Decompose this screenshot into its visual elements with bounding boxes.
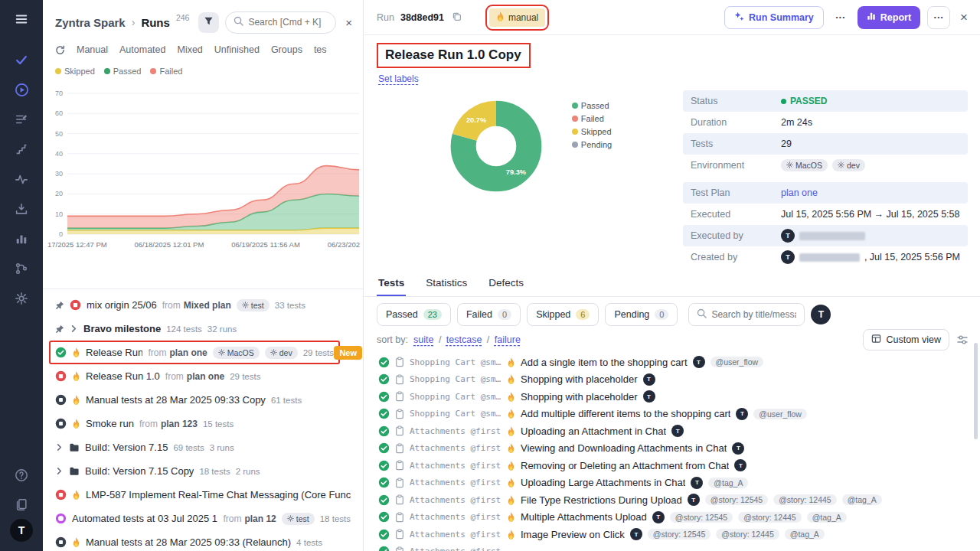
test-title[interactable]: Removing or Deleting an Attachment from …: [521, 460, 729, 471]
run-name[interactable]: Build: Version 7.15: [85, 442, 168, 453]
run-row[interactable]: Build: Version 7.1569 tests3 runs: [43, 435, 363, 459]
run-row[interactable]: Manual tests at 28 Mar 2025 09:33 (Relau…: [43, 530, 363, 551]
run-row[interactable]: mix origin 25/06fromMixed plantest33 tes…: [43, 293, 363, 317]
report-button[interactable]: Report: [858, 6, 920, 29]
sort-link-failure[interactable]: failure: [495, 334, 521, 345]
play-icon[interactable]: [13, 81, 30, 98]
gear-icon[interactable]: [13, 290, 30, 307]
filter-button[interactable]: [198, 12, 219, 33]
runs-search[interactable]: [225, 11, 336, 34]
run-name[interactable]: Build: Version 7.15 Copy: [85, 465, 194, 477]
test-title[interactable]: Uploading Large Attachments in Chat: [521, 477, 685, 488]
tests-search-input[interactable]: [711, 309, 796, 320]
sort-link-suite[interactable]: suite: [413, 334, 433, 345]
run-name[interactable]: Manual tests at 28 Mar 2025 09:33 Copy: [86, 394, 266, 406]
chevron-right-icon[interactable]: [70, 324, 78, 333]
test-title[interactable]: Add multiple different items to the shop…: [521, 408, 730, 419]
run-row[interactable]: Release Run 1.0 Copyfromplan oneMacOSdev…: [43, 341, 363, 364]
more-options-button[interactable]: ···: [831, 7, 851, 28]
runs-tab-mixed[interactable]: Mixed: [177, 44, 202, 55]
run-name[interactable]: mix origin 25/06: [87, 299, 157, 311]
test-row[interactable]: Attachments @first: [378, 543, 966, 551]
user-filter-avatar[interactable]: T: [811, 305, 831, 324]
test-title[interactable]: Viewing and Downloading Attachments in C…: [521, 442, 727, 454]
test-row[interactable]: Attachments @firstUploading an Attachmen…: [378, 422, 966, 440]
tab-tests[interactable]: Tests: [377, 271, 406, 296]
test-row[interactable]: Attachments @firstImage Preview on Click…: [378, 526, 966, 543]
custom-view-button[interactable]: Custom view: [863, 329, 949, 350]
run-summary-button[interactable]: Run Summary: [724, 6, 824, 29]
close-detail-button[interactable]: ×: [960, 10, 968, 25]
run-row[interactable]: Smoke runfromplan 12315 tests: [43, 412, 363, 435]
copy-run-id-button[interactable]: [450, 10, 463, 25]
test-row[interactable]: Attachments @firstMultiple Attachments U…: [378, 509, 966, 527]
test-row[interactable]: Attachments @firstFile Type Restrictions…: [378, 491, 966, 509]
view-settings-icon[interactable]: [957, 334, 968, 345]
run-row[interactable]: Automated tests at 03 Jul 2025 13:25from…: [43, 507, 363, 530]
pulse-icon[interactable]: [13, 171, 30, 187]
steps-icon[interactable]: [13, 141, 30, 158]
test-row[interactable]: Shopping Cart @sm…Shopping with placehol…: [378, 371, 966, 389]
more-options-button-2[interactable]: ···: [927, 6, 950, 29]
test-title[interactable]: File Type Restrictions During Upload: [521, 494, 682, 506]
test-title[interactable]: Shopping with placeholder: [521, 373, 638, 385]
docs-icon[interactable]: [13, 496, 30, 513]
filter-chip-passed[interactable]: Passed23: [377, 303, 451, 326]
runs-tab-groups[interactable]: Groups: [271, 44, 302, 55]
test-row[interactable]: Shopping Cart @sm…Shopping with placehol…: [378, 388, 966, 406]
chevron-right-icon[interactable]: [55, 443, 64, 452]
scrollbar-thumb[interactable]: [974, 343, 978, 439]
runs-tab-automated[interactable]: Automated: [119, 44, 165, 55]
relaunch-icon[interactable]: [55, 45, 65, 55]
filter-chip-failed[interactable]: Failed0: [457, 303, 521, 326]
chart-icon[interactable]: [13, 230, 30, 247]
runs-tab-manual[interactable]: Manual: [77, 44, 108, 55]
run-row[interactable]: Build: Version 7.15 Copy18 tests2 runs: [43, 459, 363, 483]
run-row[interactable]: Bravo milestone124 tests32 runs: [43, 317, 363, 341]
run-name[interactable]: Bravo milestone: [83, 323, 161, 334]
run-name[interactable]: Release Run 1.0 Copy: [86, 347, 142, 358]
run-name[interactable]: LMP-587 Implement Real-Time Chat Messagi…: [86, 489, 351, 500]
sort-link-testcase[interactable]: testcase: [446, 334, 482, 345]
run-row[interactable]: LMP-587 Implement Real-Time Chat Messagi…: [43, 483, 363, 507]
test-title[interactable]: Multiple Attachments Upload: [521, 511, 647, 523]
run-plan-link[interactable]: plan one: [169, 347, 207, 358]
chevron-right-icon[interactable]: [55, 467, 64, 475]
menu-icon[interactable]: [13, 11, 30, 28]
breadcrumb-project[interactable]: Zyntra Spark: [55, 16, 126, 29]
test-row[interactable]: Shopping Cart @sm…Add multiple different…: [378, 406, 966, 423]
run-plan-link[interactable]: Mixed plan: [184, 300, 231, 311]
branch-icon[interactable]: [13, 260, 30, 277]
run-name[interactable]: Automated tests at 03 Jul 2025 13:25: [72, 513, 217, 524]
run-plan-link[interactable]: plan one: [187, 371, 224, 382]
tab-statistics[interactable]: Statistics: [424, 271, 469, 296]
test-row[interactable]: Shopping Cart @sm…Add a single item to t…: [378, 354, 966, 371]
test-row[interactable]: Attachments @firstRemoving or Deleting a…: [378, 457, 966, 474]
run-row[interactable]: Release Run 1.0fromplan one29 tests: [43, 364, 363, 388]
test-row[interactable]: Attachments @firstUploading Large Attach…: [378, 474, 966, 492]
test-title[interactable]: Uploading an Attachment in Chat: [521, 425, 666, 437]
close-panel-button[interactable]: ×: [342, 16, 355, 29]
test-title[interactable]: Add a single item to the shopping cart: [521, 357, 688, 368]
tab-defects[interactable]: Defects: [487, 271, 525, 296]
run-name[interactable]: Release Run 1.0: [86, 370, 160, 382]
list-icon[interactable]: [13, 111, 30, 128]
run-name[interactable]: Smoke run: [86, 418, 134, 429]
runs-tab-unfinished[interactable]: Unfinished: [214, 44, 260, 55]
runs-search-input[interactable]: [248, 17, 328, 28]
filter-chip-skipped[interactable]: Skipped6: [527, 303, 599, 326]
check-icon[interactable]: [13, 51, 30, 68]
run-name[interactable]: Manual tests at 28 Mar 2025 09:33 (Relau…: [86, 536, 291, 548]
import-icon[interactable]: [13, 201, 30, 217]
filter-chip-pending[interactable]: Pending0: [605, 303, 678, 326]
tests-search[interactable]: [688, 303, 805, 326]
test-title[interactable]: Image Preview on Click: [521, 529, 625, 540]
run-plan-link[interactable]: plan 123: [161, 419, 198, 429]
run-row[interactable]: Manual tests at 28 Mar 2025 09:33 Copy61…: [43, 388, 363, 412]
help-icon[interactable]: [13, 467, 30, 484]
test-row[interactable]: Attachments @firstViewing and Downloadin…: [378, 440, 966, 458]
test-plan-link[interactable]: plan one: [781, 187, 818, 198]
user-avatar[interactable]: T: [10, 519, 33, 542]
runs-tab-tes[interactable]: tes: [314, 44, 327, 55]
test-title[interactable]: Shopping with placeholder: [521, 391, 638, 403]
